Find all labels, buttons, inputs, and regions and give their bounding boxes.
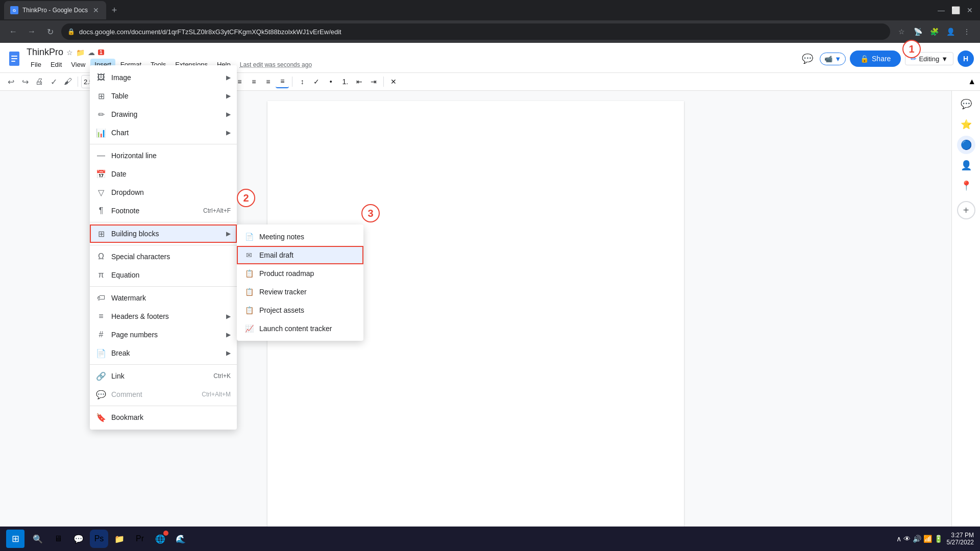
taskbar: ⊞ 🔍 🖥 💬 Ps 📁 Pr 🌐 🌊 ∧ 👁 🔊 📶 🔋 3:27 PM 5/… — [0, 527, 980, 551]
docs-title[interactable]: ThinkPro — [27, 47, 63, 58]
clear-format-button[interactable]: ✕ — [387, 75, 400, 88]
menu-item-image[interactable]: 🖼 Image ▶ — [90, 68, 237, 87]
spell-check-button[interactable]: ✓ — [47, 75, 60, 88]
maximize-button[interactable]: ⬜ — [949, 4, 962, 16]
profile-icon[interactable]: 👤 — [943, 24, 958, 39]
menu-view[interactable]: View — [67, 59, 89, 70]
decrease-indent-button[interactable]: ⇤ — [353, 75, 366, 88]
battery-icon[interactable]: 🔋 — [934, 535, 943, 543]
taskbar-premiere[interactable]: Pr — [131, 530, 149, 548]
align-justify-button[interactable]: ≡ — [276, 75, 289, 88]
menu-item-dropdown[interactable]: ▽ Dropdown — [90, 183, 237, 202]
sidebar-star-icon[interactable]: ⭐ — [957, 115, 975, 134]
print-button[interactable]: 🖨 — [33, 75, 46, 88]
cloud-icon[interactable]: ☁ — [88, 48, 95, 57]
table-menu-icon: ⊞ — [96, 91, 106, 101]
undo-button[interactable]: ↩ — [4, 75, 17, 88]
comment-icon-button[interactable]: 💬 — [799, 51, 816, 67]
taskbar-chrome[interactable]: 🌐 — [151, 530, 169, 548]
menu-file[interactable]: File — [27, 59, 45, 70]
submenu-email-draft[interactable]: ✉ Email draft — [237, 246, 363, 264]
menu-item-table-label: Table — [111, 92, 221, 100]
new-tab-button[interactable]: + — [108, 4, 120, 16]
menu-item-horizontal-line[interactable]: — Horizontal line — [90, 146, 237, 165]
page-numbers-icon: # — [96, 330, 106, 340]
sidebar-add-button[interactable]: + — [957, 201, 975, 219]
extensions-icon[interactable]: 🧩 — [927, 24, 941, 39]
sidebar-comments-icon[interactable]: 💬 — [957, 95, 975, 113]
menu-item-page-numbers[interactable]: # Page numbers ▶ — [90, 325, 237, 344]
sidebar-circle-icon[interactable]: 🔵 — [957, 136, 975, 154]
menu-item-table[interactable]: ⊞ Table ▶ — [90, 87, 237, 105]
menu-item-break[interactable]: 📄 Break ▶ — [90, 344, 237, 362]
taskbar-clock[interactable]: 3:27 PM 5/27/2022 — [947, 532, 974, 546]
align-right-button[interactable]: ≡ — [261, 75, 275, 88]
menu-item-bookmark[interactable]: 🔖 Bookmark — [90, 408, 237, 427]
sidebar-user-icon[interactable]: 👤 — [957, 156, 975, 174]
tab-close-button[interactable]: ✕ — [92, 6, 100, 14]
menu-item-chart[interactable]: 📊 Chart ▶ — [90, 123, 237, 142]
address-input-wrapper[interactable]: 🔒 docs.google.com/document/d/1qrFTzSLZ0l… — [61, 23, 890, 40]
link-shortcut: Ctrl+K — [213, 372, 231, 380]
svg-text:G: G — [13, 8, 16, 13]
format-paint-button[interactable]: 🖌 — [61, 75, 75, 88]
submenu-project-assets[interactable]: 📋 Project assets — [237, 301, 363, 319]
eye-icon[interactable]: 👁 — [903, 535, 911, 543]
numbered-list-button[interactable]: 1. — [338, 75, 352, 88]
menu-item-watermark[interactable]: 🏷 Watermark — [90, 289, 237, 307]
sidebar-map-icon[interactable]: 📍 — [957, 177, 975, 195]
last-edit-text[interactable]: Last edit was seconds ago — [240, 61, 312, 68]
submenu-meeting-notes[interactable]: 📄 Meeting notes — [237, 228, 363, 246]
star-icon[interactable]: ☆ — [66, 48, 73, 57]
taskbar-edge[interactable]: 🌊 — [172, 530, 190, 548]
address-text: docs.google.com/document/d/1qrFTzSLZ0lr8… — [79, 28, 341, 36]
close-button[interactable]: ✕ — [964, 4, 976, 16]
taskbar-chat[interactable]: 💬 — [69, 530, 88, 548]
menu-edit[interactable]: Edit — [46, 59, 66, 70]
menu-item-equation[interactable]: π Equation — [90, 266, 237, 284]
checklist-button[interactable]: ✓ — [310, 75, 323, 88]
menu-item-link[interactable]: 🔗 Link Ctrl+K — [90, 367, 237, 385]
expand-icon[interactable]: ∧ — [896, 535, 901, 543]
menu-item-footnote[interactable]: ¶ Footnote Ctrl+Alt+F — [90, 202, 237, 220]
submenu-product-roadmap[interactable]: 📋 Product roadmap — [237, 264, 363, 283]
bullet-list-button[interactable]: • — [324, 75, 337, 88]
taskbar-task-view[interactable]: 🖥 — [49, 530, 67, 548]
folder-icon[interactable]: 📁 — [76, 48, 85, 57]
user-avatar[interactable]: H — [958, 51, 974, 67]
taskbar-photoshop[interactable]: Ps — [90, 530, 108, 548]
increase-indent-button[interactable]: ⇥ — [367, 75, 380, 88]
reload-button[interactable]: ↻ — [43, 24, 57, 39]
active-tab[interactable]: G ThinkPro - Google Docs ✕ — [4, 1, 106, 19]
taskbar-search[interactable]: 🔍 — [29, 530, 47, 548]
bookmark-star-icon[interactable]: ☆ — [894, 24, 909, 39]
date-menu-icon: 📅 — [96, 169, 106, 179]
line-spacing-button[interactable]: ↕ — [296, 75, 309, 88]
back-button[interactable]: ← — [6, 24, 20, 39]
submenu-launch-tracker[interactable]: 📈 Launch content tracker — [237, 319, 363, 338]
menu-item-special-chars[interactable]: Ω Special characters — [90, 247, 237, 266]
menu-item-pn-label: Page numbers — [111, 331, 221, 339]
menu-item-headers-footers[interactable]: ≡ Headers & footers ▶ — [90, 307, 237, 325]
minimize-button[interactable]: — — [935, 4, 947, 16]
start-button[interactable]: ⊞ — [6, 530, 24, 548]
share-button[interactable]: 🔒 Share — [850, 51, 901, 67]
forward-button[interactable]: → — [24, 24, 39, 39]
menu-item-building-blocks[interactable]: ⊞ Building blocks ▶ — [90, 224, 237, 243]
menu-item-bookmark-label: Bookmark — [111, 413, 231, 421]
menu-item-bb-label: Building blocks — [111, 230, 221, 238]
redo-button[interactable]: ↪ — [18, 75, 32, 88]
menu-icon[interactable]: ⋮ — [960, 24, 974, 39]
menu-separator-2 — [90, 222, 237, 222]
screen-cast-icon[interactable]: 📡 — [911, 24, 925, 39]
wifi-icon[interactable]: 📶 — [923, 535, 932, 543]
menu-item-date[interactable]: 📅 Date — [90, 165, 237, 183]
toolbar-expand-button[interactable]: ▲ — [968, 77, 976, 86]
menu-item-drawing[interactable]: ✏ Drawing ▶ — [90, 105, 237, 123]
volume-icon[interactable]: 🔊 — [913, 535, 921, 543]
submenu-review-tracker[interactable]: 📋 Review tracker — [237, 283, 363, 301]
align-center-button[interactable]: ≡ — [247, 75, 260, 88]
meet-button[interactable]: 📹 ▼ — [820, 53, 846, 65]
meeting-notes-label: Meeting notes — [259, 233, 304, 241]
taskbar-files[interactable]: 📁 — [110, 530, 129, 548]
